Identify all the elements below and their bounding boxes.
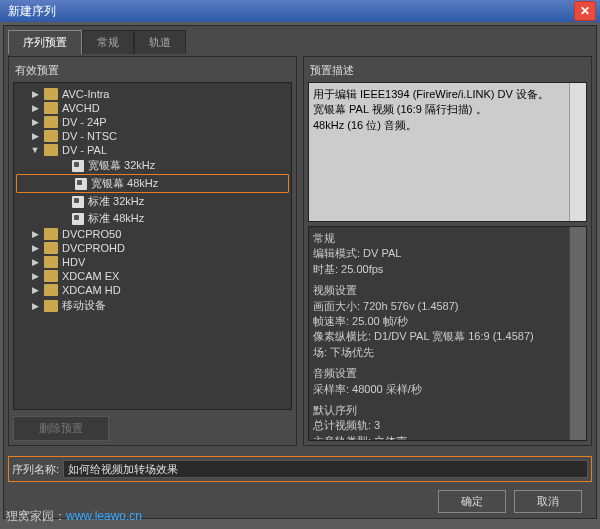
tree-item[interactable]: ▶DVCPRO50 (14, 227, 291, 241)
info-heading: 视频设置 (313, 283, 582, 298)
preset-icon (72, 160, 84, 172)
title-bar: 新建序列 ✕ (0, 0, 600, 22)
tree-item[interactable]: ▶AVC-Intra (14, 87, 291, 101)
cancel-button[interactable]: 取消 (514, 490, 582, 513)
ok-button[interactable]: 确定 (438, 490, 506, 513)
tree-label: AVC-Intra (62, 88, 109, 100)
tree-item[interactable]: 标准 48kHz (14, 210, 291, 227)
tree-label: 宽银幕 48kHz (91, 176, 158, 191)
expand-icon: ▶ (30, 229, 40, 239)
folder-icon (44, 102, 58, 114)
desc-line: 用于编辑 IEEE1394 (FireWire/i.LINK) DV 设备。 (313, 87, 582, 102)
tree-item[interactable]: 宽银幕 32kHz (14, 157, 291, 174)
close-button[interactable]: ✕ (574, 1, 596, 21)
footer-link[interactable]: www.leawo.cn (66, 509, 142, 523)
info-line: 像素纵横比: D1/DV PAL 宽银幕 16:9 (1.4587) (313, 329, 582, 344)
info-heading: 音频设置 (313, 366, 582, 381)
tree-label: 移动设备 (62, 298, 106, 313)
tree-item[interactable]: 宽银幕 48kHz (16, 174, 289, 193)
sequence-name-input[interactable] (63, 460, 588, 478)
tree-item[interactable]: ▶DV - NTSC (14, 129, 291, 143)
preset-icon (72, 196, 84, 208)
tree-label: DVCPRO50 (62, 228, 121, 240)
expand-icon: ▶ (30, 285, 40, 295)
tree-item[interactable]: ▶XDCAM HD (14, 283, 291, 297)
folder-icon (44, 300, 58, 312)
tree-label: 标准 32kHz (88, 194, 144, 209)
tree-label: XDCAM HD (62, 284, 121, 296)
folder-icon (44, 242, 58, 254)
close-icon: ✕ (580, 4, 590, 18)
tree-item[interactable]: ▶DVCPROHD (14, 241, 291, 255)
tree-label: 标准 48kHz (88, 211, 144, 226)
delete-preset-button: 删除预置 (13, 416, 109, 441)
scrollbar[interactable] (569, 83, 586, 221)
folder-icon (44, 88, 58, 100)
desc-line: 48kHz (16 位) 音频。 (313, 118, 582, 133)
folder-icon (44, 228, 58, 240)
info-line: 编辑模式: DV PAL (313, 246, 582, 261)
folder-icon (44, 144, 58, 156)
tree-item[interactable]: ▶XDCAM EX (14, 269, 291, 283)
info-line: 采样率: 48000 采样/秒 (313, 382, 582, 397)
expand-icon: ▶ (30, 89, 40, 99)
folder-icon (44, 116, 58, 128)
tab-bar: 序列预置 常规 轨道 (8, 30, 592, 54)
desc-line: 宽银幕 PAL 视频 (16:9 隔行扫描) 。 (313, 102, 582, 117)
expand-icon: ▶ (30, 117, 40, 127)
tree-label: DV - PAL (62, 144, 107, 156)
expand-icon: ▼ (30, 145, 40, 155)
folder-icon (44, 130, 58, 142)
preset-tree[interactable]: ▶AVC-Intra▶AVCHD▶DV - 24P▶DV - NTSC▼DV -… (13, 82, 292, 410)
expand-icon: ▶ (30, 257, 40, 267)
footer-watermark: 狸窝家园：www.leawo.cn (6, 508, 142, 525)
right-panel: 预置描述 用于编辑 IEEE1394 (FireWire/i.LINK) DV … (303, 56, 592, 446)
expand-icon: ▶ (30, 243, 40, 253)
tree-label: HDV (62, 256, 85, 268)
name-label: 序列名称: (12, 462, 59, 477)
info-heading: 常规 (313, 231, 582, 246)
expand-icon: ▶ (30, 103, 40, 113)
tree-item[interactable]: ▼DV - PAL (14, 143, 291, 157)
expand-icon: ▶ (30, 271, 40, 281)
tree-item[interactable]: ▶HDV (14, 255, 291, 269)
tree-label: DVCPROHD (62, 242, 125, 254)
info-line: 主音轨类型: 立体声 (313, 434, 582, 441)
tab-tracks[interactable]: 轨道 (134, 30, 186, 54)
folder-icon (44, 270, 58, 282)
folder-icon (44, 284, 58, 296)
sequence-name-row: 序列名称: (8, 456, 592, 482)
preset-icon (75, 178, 87, 190)
info-line: 画面大小: 720h 576v (1.4587) (313, 299, 582, 314)
folder-icon (44, 256, 58, 268)
preset-icon (72, 213, 84, 225)
tree-item[interactable]: ▶DV - 24P (14, 115, 291, 129)
left-header: 有效预置 (13, 61, 292, 80)
scrollbar[interactable] (569, 227, 586, 440)
footer-label: 狸窝家园： (6, 509, 66, 523)
expand-icon: ▶ (30, 131, 40, 141)
info-heading: 默认序列 (313, 403, 582, 418)
window-title: 新建序列 (4, 3, 574, 20)
right-header: 预置描述 (308, 61, 587, 80)
tree-label: DV - NTSC (62, 130, 117, 142)
tree-label: DV - 24P (62, 116, 107, 128)
tree-label: XDCAM EX (62, 270, 119, 282)
tree-label: AVCHD (62, 102, 100, 114)
tree-label: 宽银幕 32kHz (88, 158, 155, 173)
tree-item[interactable]: 标准 32kHz (14, 193, 291, 210)
tree-item[interactable]: ▶移动设备 (14, 297, 291, 314)
info-line: 总计视频轨: 3 (313, 418, 582, 433)
info-line: 场: 下场优先 (313, 345, 582, 360)
tab-general[interactable]: 常规 (82, 30, 134, 54)
info-line: 帧速率: 25.00 帧/秒 (313, 314, 582, 329)
description-box: 用于编辑 IEEE1394 (FireWire/i.LINK) DV 设备。 宽… (308, 82, 587, 222)
info-line: 时基: 25.00fps (313, 262, 582, 277)
tab-preset[interactable]: 序列预置 (8, 30, 82, 54)
expand-icon: ▶ (30, 301, 40, 311)
info-box: 常规 编辑模式: DV PAL 时基: 25.00fps 视频设置 画面大小: … (308, 226, 587, 441)
tree-item[interactable]: ▶AVCHD (14, 101, 291, 115)
left-panel: 有效预置 ▶AVC-Intra▶AVCHD▶DV - 24P▶DV - NTSC… (8, 56, 297, 446)
